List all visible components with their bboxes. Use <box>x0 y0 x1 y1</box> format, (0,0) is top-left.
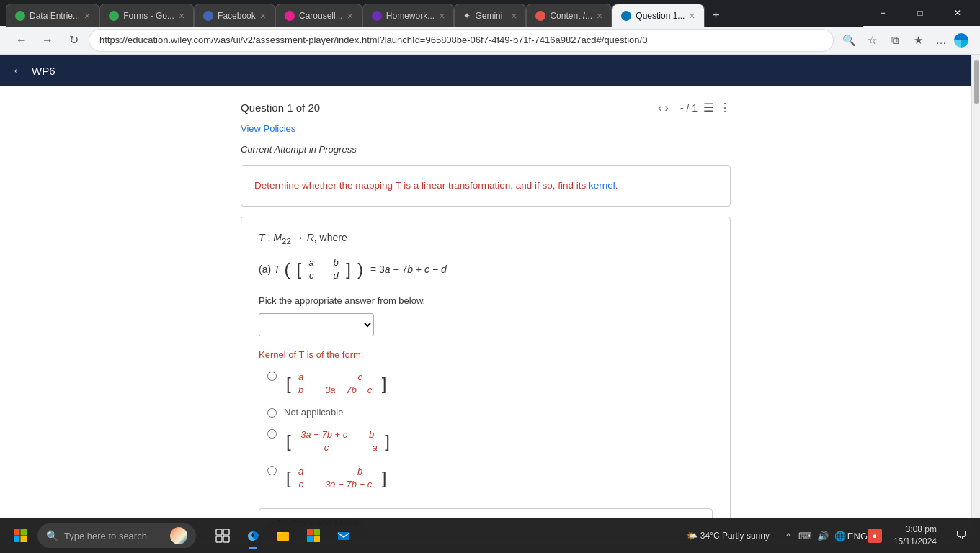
speaker-icon[interactable]: 🔊 <box>816 529 830 543</box>
favorites-button[interactable]: ★ <box>908 30 928 50</box>
tab-carousell[interactable]: Carousell... × <box>275 4 362 27</box>
tab-close-4[interactable]: × <box>347 10 353 22</box>
list-icon-button[interactable]: ☰ <box>703 101 713 114</box>
tab-label-7: Content /... <box>550 11 592 21</box>
back-arrow-icon[interactable]: ← <box>12 63 24 78</box>
new-tab-button[interactable]: + <box>705 4 728 27</box>
radio-input-3[interactable] <box>267 429 277 439</box>
maximize-button[interactable]: □ <box>904 0 937 26</box>
answer-dropdown[interactable] <box>259 313 374 336</box>
cell-c: c <box>306 270 317 281</box>
tab-content[interactable]: Content /... × <box>526 4 612 27</box>
question-icons: ☰ ⋮ <box>703 101 731 114</box>
taskbar-search-text: Type here to search <box>64 531 147 541</box>
option-1-matrix: [ a c b 3a − 7b + c <box>286 370 386 397</box>
minimize-button[interactable]: − <box>866 0 899 26</box>
battery-icon[interactable]: ● <box>868 529 882 543</box>
back-button[interactable]: ← <box>12 30 32 50</box>
taskbar-file-explorer[interactable] <box>269 521 298 550</box>
split-view-button[interactable]: ⧉ <box>885 30 905 50</box>
forward-button[interactable]: → <box>37 30 58 50</box>
more-options-button[interactable]: ⋮ <box>719 101 731 114</box>
address-bar: ← → ↻ 🔍 ☆ ⧉ ★ … <box>0 26 980 55</box>
tab-close-8[interactable]: × <box>689 10 695 22</box>
tab-favicon-5 <box>372 11 382 21</box>
taskbar: 🔍 Type here to search <box>0 518 980 553</box>
opt3-row-2: c a <box>295 442 381 453</box>
tab-question[interactable]: Question 1... × <box>612 4 704 27</box>
tab-facebook[interactable]: Facebook × <box>194 4 275 27</box>
svg-rect-3 <box>21 536 27 543</box>
tab-close-1[interactable]: × <box>84 10 90 22</box>
radio-input-1[interactable] <box>267 372 277 381</box>
taskbar-task-view[interactable] <box>208 521 237 550</box>
notification-button[interactable]: 🗨 <box>948 523 974 549</box>
tab-close-7[interactable]: × <box>597 10 602 22</box>
edge-icon <box>246 529 260 543</box>
chevron-up-icon[interactable]: ^ <box>781 529 796 543</box>
taskbar-edge[interactable] <box>239 521 267 550</box>
radio-input-4[interactable] <box>267 466 277 475</box>
svg-rect-2 <box>14 536 20 543</box>
network-icon[interactable]: 🌐 <box>833 529 847 543</box>
favorite-button[interactable]: ☆ <box>862 30 882 50</box>
svg-rect-13 <box>314 536 321 543</box>
edge-profile-button[interactable] <box>954 33 968 48</box>
language-text[interactable]: ENG <box>850 529 865 543</box>
keyboard-icon[interactable]: ⌨ <box>798 529 813 543</box>
opt3-bracket-right: ] <box>385 433 390 450</box>
search-logo <box>170 527 187 544</box>
tab-homework[interactable]: Homework... × <box>362 4 455 27</box>
opt3-formula: 3a − 7b + c <box>295 429 353 440</box>
svg-rect-4 <box>216 529 222 535</box>
tab-forms[interactable]: Forms - Go... × <box>99 4 194 27</box>
radio-option-1: [ a c b 3a − 7b + c <box>267 370 713 397</box>
tab-close-2[interactable]: × <box>179 10 184 22</box>
view-policies-link[interactable]: View Policies <box>241 123 731 134</box>
zoom-button[interactable]: 🔍 <box>839 30 859 50</box>
opt1-a: a <box>295 372 307 382</box>
tab-favicon-7 <box>535 11 545 21</box>
question-header: Question 1 of 20 ‹ › - / 1 ☰ ⋮ <box>241 101 731 114</box>
opt4-c: c <box>295 479 307 490</box>
tab-close-3[interactable]: × <box>260 10 266 22</box>
opt3-bracket-left: [ <box>286 433 291 450</box>
url-input[interactable] <box>89 30 833 51</box>
svg-rect-5 <box>223 529 229 535</box>
close-button[interactable]: ✕ <box>941 0 974 26</box>
svg-rect-11 <box>314 529 321 536</box>
radio-input-2[interactable] <box>267 408 277 418</box>
scrollbar-thumb[interactable] <box>974 60 979 104</box>
tab-gemini[interactable]: ✦ Gemini × <box>454 4 526 27</box>
refresh-button[interactable]: ↻ <box>63 30 84 50</box>
start-button[interactable] <box>6 521 35 550</box>
tab-data-entries[interactable]: Data Entrie... × <box>6 4 99 27</box>
tab-favicon-2 <box>109 11 119 21</box>
tab-favicon-8 <box>621 11 631 21</box>
cell-a: a <box>306 257 317 268</box>
prev-question-button[interactable]: ‹ <box>658 102 662 114</box>
tab-label-2: Forms - Go... <box>123 11 174 21</box>
opt4-b: b <box>355 466 366 477</box>
more-button[interactable]: … <box>931 30 951 50</box>
svg-rect-12 <box>307 536 313 543</box>
matrix-row-1: a b <box>306 257 342 268</box>
opt4-row-2: c 3a − 7b + c <box>295 479 378 490</box>
time-display[interactable]: 3:08 pm 15/11/2024 <box>888 523 943 548</box>
part-a-label: (a) T <box>259 264 280 275</box>
opt4-formula: 3a − 7b + c <box>320 479 378 490</box>
m22-text: M <box>273 232 282 243</box>
taskbar-search[interactable]: 🔍 Type here to search <box>37 523 196 548</box>
tab-label-1: Data Entrie... <box>30 11 80 21</box>
taskbar-apps <box>208 521 358 550</box>
opt4-row-1: a b <box>295 466 378 477</box>
question-text-box: Determine whether the mapping T is a lin… <box>241 165 731 207</box>
opt3-cells: 3a − 7b + c b c a <box>291 428 386 454</box>
weather-widget[interactable]: 🌤️ 34°C Partly sunny <box>681 531 775 541</box>
tab-close-5[interactable]: × <box>439 10 445 22</box>
tab-close-6[interactable]: × <box>511 10 517 22</box>
taskbar-mail[interactable] <box>329 521 358 550</box>
taskbar-store[interactable] <box>299 521 328 550</box>
next-question-button[interactable]: › <box>665 102 669 114</box>
store-icon <box>306 529 321 543</box>
